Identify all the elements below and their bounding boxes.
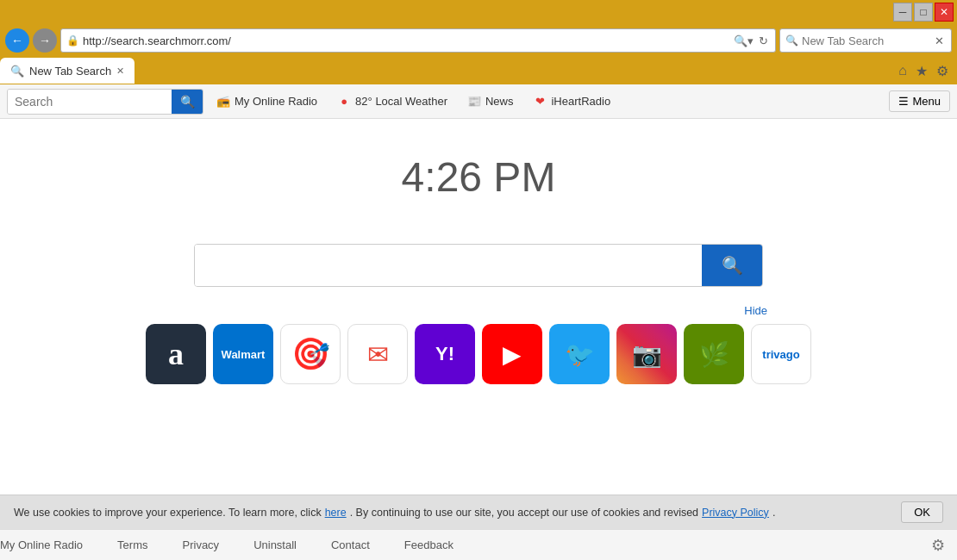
trivago-icon: trivago [762,348,799,361]
tab-bar: 🔍 New Tab Search ✕ ⌂ ★ ⚙ [0,57,957,84]
main-search-button[interactable]: 🔍 [702,244,762,287]
menu-icon: ☰ [898,95,909,108]
main-content: 4:26 PM 🔍 Hide a Walmart 🎯 ✉ Y! ▶ [0,119,957,495]
walmart-icon: Walmart [222,348,266,361]
address-actions: 🔍▾ ↻ [732,34,770,47]
youtube-icon: ▶ [503,340,522,369]
tab-label: New Tab Search [29,65,111,78]
footer-terms-link[interactable]: Terms [117,538,147,551]
cookie-here-link[interactable]: here [325,507,347,519]
browser-icons: ⌂ ★ ⚙ [898,63,957,79]
hide-link[interactable]: Hide [744,304,767,317]
news-link[interactable]: 📰 News [460,90,521,113]
tab-search-bar: 🔍 ✕ [779,28,952,53]
twitter-icon: 🐦 [565,340,595,369]
title-bar: ─ □ ✕ [0,0,957,24]
shortcut-trivago[interactable]: trivago [751,324,811,384]
shortcut-youtube[interactable]: ▶ [482,324,542,384]
toolbar-search-input[interactable] [8,89,172,115]
cookie-message2: . By continuing to use our site, you acc… [350,507,698,519]
instagram-icon: 📷 [632,340,662,369]
clock-display: 4:26 PM [402,153,556,201]
toolbar-search-button[interactable]: 🔍 [172,89,203,115]
lock-icon: 🔒 [66,34,79,47]
footer: My Online Radio Terms Privacy Uninstall … [0,529,957,560]
cookie-message: We use cookies to improve your experienc… [14,507,322,519]
cookie-policy-link[interactable]: Privacy Policy [702,507,769,519]
home-icon[interactable]: ⌂ [898,63,907,78]
minimize-button[interactable]: ─ [893,3,912,22]
footer-uninstall-link[interactable]: Uninstall [253,538,297,551]
refresh-button[interactable]: ↻ [757,34,770,47]
weather-label: 82° Local Weather [355,95,447,108]
close-button[interactable]: ✕ [935,3,954,22]
my-online-radio-link[interactable]: 📻 My Online Radio [209,90,324,113]
footer-gear-icon[interactable]: ⚙ [931,536,957,555]
forward-button[interactable]: → [33,28,57,53]
my-online-radio-label: My Online Radio [235,95,317,108]
tab-search-input[interactable] [802,34,929,47]
bookmark-icon[interactable]: ★ [916,63,928,79]
iheartradio-link[interactable]: ❤ iHeartRadio [525,90,617,113]
cookie-message3: . [772,507,775,519]
footer-contact-link[interactable]: Contact [331,538,370,551]
settings-icon[interactable]: ⚙ [936,63,948,79]
weather-link[interactable]: ● 82° Local Weather [329,90,454,113]
news-icon: 📰 [466,94,482,109]
toolbar: 🔍 📻 My Online Radio ● 82° Local Weather … [0,84,957,119]
tab-search-close[interactable]: ✕ [933,34,946,47]
main-search-input[interactable] [195,244,702,287]
gmail-icon: ✉ [367,339,389,370]
footer-my-online-radio-link[interactable]: My Online Radio [0,538,83,551]
iheartradio-label: iHeartRadio [551,95,610,108]
radio-icon: 📻 [216,94,231,109]
nature-icon: 🌿 [699,340,729,369]
main-search-icon: 🔍 [722,256,743,275]
cookie-ok-button[interactable]: OK [901,501,943,523]
shortcut-nature[interactable]: 🌿 [684,324,744,384]
shortcut-instagram[interactable]: 📷 [616,324,677,384]
shortcut-gmail[interactable]: ✉ [347,324,408,384]
toolbar-search-box: 🔍 [7,89,203,115]
tab-close-button[interactable]: ✕ [116,65,124,77]
footer-privacy-link[interactable]: Privacy [183,538,220,551]
yahoo-icon: Y! [435,343,454,365]
news-label: News [485,95,514,108]
shortcut-walmart[interactable]: Walmart [213,324,273,384]
maximize-button[interactable]: □ [914,3,933,22]
nav-bar: ← → 🔒 🔍▾ ↻ 🔍 ✕ [0,24,957,57]
url-input[interactable] [83,34,729,47]
shortcut-yahoo[interactable]: Y! [415,324,475,384]
amazon-icon: a [168,336,184,372]
shortcut-amazon[interactable]: a [146,324,206,384]
tab-search-icon: 🔍 [785,34,798,47]
iheartradio-icon: ❤ [532,94,547,109]
cookie-bar: We use cookies to improve your experienc… [0,495,957,529]
weather-icon: ● [336,94,352,109]
address-bar: 🔒 🔍▾ ↻ [60,28,776,53]
shortcut-grid: a Walmart 🎯 ✉ Y! ▶ 🐦 📷 🌿 [146,324,811,384]
menu-button[interactable]: ☰ Menu [889,90,950,112]
footer-feedback-link[interactable]: Feedback [404,538,453,551]
tab-icon: 🔍 [10,65,24,78]
search-dropdown-button[interactable]: 🔍▾ [732,34,755,47]
back-button[interactable]: ← [5,28,29,53]
shortcut-target[interactable]: 🎯 [280,324,341,384]
target-icon: 🎯 [291,336,330,372]
main-search-box: 🔍 [194,244,763,287]
menu-label: Menu [912,95,941,108]
shortcut-twitter[interactable]: 🐦 [549,324,610,384]
active-tab[interactable]: 🔍 New Tab Search ✕ [0,58,134,84]
